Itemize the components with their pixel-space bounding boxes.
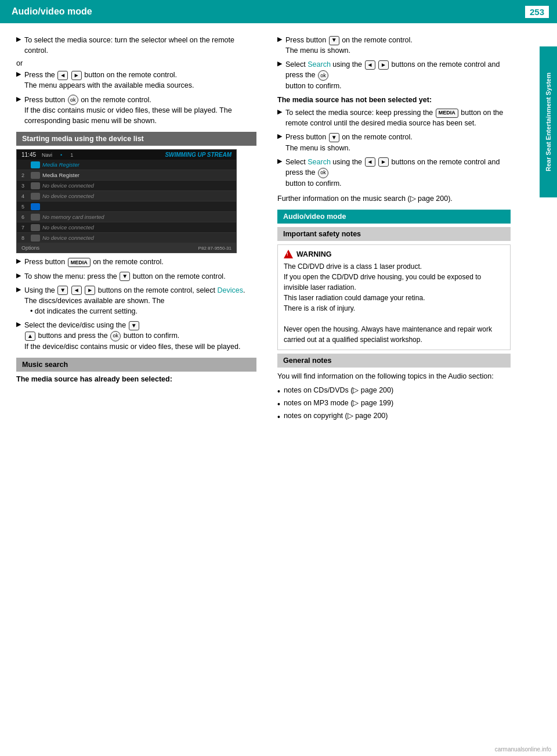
dli-name-7: No device connected xyxy=(42,235,232,241)
warning-triangle-icon: ! xyxy=(284,250,293,258)
r-key-ok-btn-2: ok xyxy=(318,168,328,178)
bullet-arrow-7: ▶ xyxy=(16,321,21,328)
dli-icon-5 xyxy=(31,214,40,221)
dli-title-num: 1 xyxy=(70,152,73,158)
dli-icon-7 xyxy=(31,235,40,242)
r-key-media-btn: MEDIA xyxy=(436,109,458,118)
r-key-ok-btn-1: ok xyxy=(318,70,328,81)
section-music-header: Music search xyxy=(16,358,256,372)
dli-num-2: 3 xyxy=(21,183,31,189)
dli-credit: P82 87-9550-31 xyxy=(198,246,232,251)
general-item-0: • notes on CDs/DVDs (▷ page 200) xyxy=(277,386,511,396)
r-bullet-text-4: Press button ▼ on the remote control. Th… xyxy=(285,132,413,153)
key-ok-btn: ok xyxy=(68,95,78,105)
key-ok-btn-2: ok xyxy=(110,331,121,341)
side-tab-label: Rear Seat Entertainment System xyxy=(540,46,557,197)
page-footer-website: carmanualsonline.info xyxy=(495,746,551,753)
dli-name-6: No device connected xyxy=(42,224,232,231)
bullet-item-2: ▶ Press the ◄ ► button on the remote con… xyxy=(16,70,256,91)
bullet-text-6: Using the ▼ ◄ ► buttons on the remote co… xyxy=(24,285,245,316)
warning-line-1: The CD/DVD drive is a class 1 laser prod… xyxy=(284,261,504,272)
r-bullet-item-1: ▶ Press button ▼ on the remote control. … xyxy=(277,35,511,56)
r-search-highlight-1: Search xyxy=(308,60,331,69)
r-bullet-arrow-5: ▶ xyxy=(277,157,282,165)
ref-dot-2: • xyxy=(277,412,280,422)
dli-num-3: 4 xyxy=(21,193,31,199)
bullet-arrow-3: ▶ xyxy=(16,95,21,103)
key-down-btn-1: ▼ xyxy=(120,272,130,281)
r-key-left-btn-2: ◄ xyxy=(365,157,375,167)
bullet-arrow-6: ▶ xyxy=(16,286,21,293)
key-left-btn: ◄ xyxy=(57,71,68,80)
dli-num-4: 5 xyxy=(21,204,31,210)
key-up-btn: ▲ xyxy=(25,332,35,341)
dli-icon-4 xyxy=(31,203,40,210)
r-key-down-btn-1: ▼ xyxy=(329,36,339,45)
dli-options: Options xyxy=(21,245,39,251)
bullet-text-3: Press button ok on the remote control. I… xyxy=(24,95,256,127)
dli-icon-1 xyxy=(31,172,40,179)
left-column: ▶ To select the media source: turn the s… xyxy=(0,23,267,435)
bullet-item-1: ▶ To select the media source: turn the s… xyxy=(16,35,256,56)
bullet-item-7: ▶ Select the device/disc using the ▼ ▲ b… xyxy=(16,320,256,352)
ref-dot-0: • xyxy=(277,387,280,396)
dli-row-7: 8 No device connected xyxy=(17,233,236,243)
key-media-btn: MEDIA xyxy=(68,258,91,267)
dli-icon-3 xyxy=(31,193,40,200)
ref-dot-1: • xyxy=(277,399,280,409)
r-search-highlight-2: Search xyxy=(308,158,331,166)
header-title: Audio/video mode xyxy=(12,6,92,17)
bullet-text-2: Press the ◄ ► button on the remote contr… xyxy=(24,70,194,91)
dli-name-1: Media Register xyxy=(42,172,232,178)
r-key-down-btn-2: ▼ xyxy=(329,133,339,142)
devices-highlight: Devices xyxy=(217,286,243,294)
dli-icon-2 xyxy=(31,182,40,189)
key-left-btn-2: ◄ xyxy=(71,286,82,295)
r-key-right-btn-2: ► xyxy=(378,157,389,167)
general-intro: You will find information on the followi… xyxy=(277,371,511,382)
dot-note: • dot indicates the current setting. xyxy=(30,307,138,315)
bullet-text-4: Press button MEDIA on the remote control… xyxy=(24,257,164,267)
dli-title: SWIMMING UP STREAM xyxy=(165,152,232,158)
r-bullet-arrow-2: ▶ xyxy=(277,60,282,67)
warning-title-text: WARNING xyxy=(296,250,331,258)
bullet-arrow-2: ▶ xyxy=(16,70,21,78)
warning-line-5: Never open the housing. Always have main… xyxy=(284,324,504,345)
device-list-image: 11:45 Navi • 1 SWIMMING UP STREAM Media … xyxy=(16,149,237,253)
bullet-text-5: To show the menu: press the ▼ button on … xyxy=(24,271,226,282)
page-number: 253 xyxy=(525,6,549,18)
bullet-text-7: Select the device/disc using the ▼ ▲ but… xyxy=(24,320,240,352)
r-bullet-text-3: To select the media source: keep pressin… xyxy=(285,107,511,128)
key-down-btn-3: ▼ xyxy=(129,321,139,330)
dli-row-3: 4 No device connected xyxy=(17,191,236,201)
general-item-1: • notes on MP3 mode (▷ page 199) xyxy=(277,398,511,409)
warning-box: ! WARNING The CD/DVD drive is a class 1 … xyxy=(277,244,511,350)
dli-row-1: 2 Media Register xyxy=(17,170,236,181)
dli-name-3: No device connected xyxy=(42,193,232,199)
general-item-text-0: notes on CDs/DVDs (▷ page 200) xyxy=(284,386,393,394)
r-bullet-item-4: ▶ Press button ▼ on the remote control. … xyxy=(277,132,511,153)
right-column: ▶ Press button ▼ on the remote control. … xyxy=(267,23,540,435)
r-bullet-arrow-1: ▶ xyxy=(277,35,282,43)
warning-line-2: If you open the CD/DVD drive housing, yo… xyxy=(284,272,504,293)
bullet-item-4: ▶ Press button MEDIA on the remote contr… xyxy=(16,257,256,267)
bullet-text-1: To select the media source: turn the sel… xyxy=(24,35,256,56)
dli-name-5: No memory card inserted xyxy=(42,214,232,220)
dli-footer: Options P82 87-9550-31 xyxy=(17,243,236,253)
dli-row-5: 6 No memory card inserted xyxy=(17,212,236,222)
bullet-item-5: ▶ To show the menu: press the ▼ button o… xyxy=(16,271,256,282)
further-info: Further information on the music search … xyxy=(277,193,511,204)
general-item-text-1: notes on MP3 mode (▷ page 199) xyxy=(284,398,393,407)
key-down-btn-2: ▼ xyxy=(57,286,68,295)
section-general-header: General notes xyxy=(277,354,511,368)
r-bullet-text-5: Select Search using the ◄ ► buttons on t… xyxy=(285,157,511,189)
dli-dot: • xyxy=(60,152,62,158)
dli-time: 11:45 xyxy=(21,152,36,158)
warning-line-4: There is a risk of injury. xyxy=(284,303,504,314)
r-bullet-text-1: Press button ▼ on the remote control. Th… xyxy=(285,35,413,56)
dli-num-7: 8 xyxy=(21,235,31,241)
section-safety-header: Important safety notes xyxy=(277,227,511,241)
dli-row-6: 7 No device connected xyxy=(17,222,236,233)
r-bullet-text-2: Select Search using the ◄ ► buttons on t… xyxy=(285,59,511,91)
dli-row-0: Media Register xyxy=(17,160,236,170)
